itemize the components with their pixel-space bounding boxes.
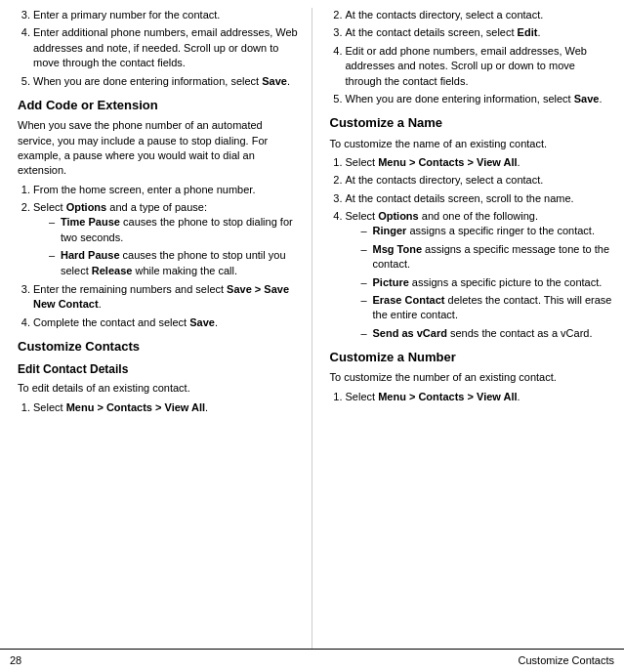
customize-name-steps: Select Menu > Contacts > View All. At th… bbox=[346, 155, 615, 341]
list-item: Edit or add phone numbers, email address… bbox=[346, 44, 615, 89]
edit-contact-details-heading: Edit Contact Details bbox=[18, 361, 302, 378]
list-item: At the contacts directory, select a cont… bbox=[346, 173, 615, 188]
list-item: From the home screen, enter a phone numb… bbox=[33, 183, 302, 197]
intro-steps-list: Enter a primary number for the contact. … bbox=[33, 8, 302, 89]
list-item: Msg Tone assigns a specific message tone… bbox=[361, 242, 615, 273]
list-item: Erase Contact deletes the contact. This … bbox=[361, 293, 615, 323]
list-item: When you are done entering information, … bbox=[346, 92, 615, 106]
list-item: At the contact details screen, select Ed… bbox=[346, 25, 615, 40]
edit-contact-steps: Select Menu > Contacts > View All. bbox=[33, 400, 302, 415]
list-item: Complete the contact and select Save. bbox=[33, 315, 302, 330]
list-item: Enter a primary number for the contact. bbox=[33, 8, 302, 22]
list-item: Send as vCard sends the contact as a vCa… bbox=[361, 326, 615, 341]
list-item: Select Menu > Contacts > View All. bbox=[346, 155, 615, 170]
customize-number-intro: To customize the number of an existing c… bbox=[330, 370, 615, 385]
add-code-steps: From the home screen, enter a phone numb… bbox=[33, 183, 302, 331]
list-item: Enter additional phone numbers, email ad… bbox=[33, 25, 302, 70]
left-column: Enter a primary number for the contact. … bbox=[0, 8, 312, 649]
customize-name-intro: To customize the name of an existing con… bbox=[330, 137, 615, 151]
right-column: At the contacts directory, select a cont… bbox=[312, 8, 625, 649]
edit-steps-continued: At the contacts directory, select a cont… bbox=[346, 8, 615, 106]
customize-contacts-heading: Customize Contacts bbox=[18, 338, 302, 356]
list-item: At the contacts directory, select a cont… bbox=[346, 8, 615, 22]
list-item: Select Menu > Contacts > View All. bbox=[346, 390, 615, 404]
list-item: Hard Pause causes the phone to stop unti… bbox=[49, 248, 302, 278]
page-number: 28 bbox=[10, 653, 21, 668]
name-options: Ringer assigns a specific ringer to the … bbox=[361, 224, 615, 341]
edit-contact-intro: To edit details of an existing contact. bbox=[18, 381, 302, 396]
add-code-heading: Add Code or Extension bbox=[18, 97, 302, 114]
add-code-intro: When you save the phone number of an aut… bbox=[18, 118, 302, 179]
list-item: Select Menu > Contacts > View All. bbox=[33, 400, 302, 415]
page-container: Enter a primary number for the contact. … bbox=[0, 0, 624, 672]
list-item: Ringer assigns a specific ringer to the … bbox=[361, 224, 615, 238]
list-item: When you are done entering information, … bbox=[33, 74, 302, 89]
list-item: Select Options and one of the following.… bbox=[346, 209, 615, 341]
content-area: Enter a primary number for the contact. … bbox=[0, 0, 624, 649]
list-item: Time Pause causes the phone to stop dial… bbox=[49, 215, 302, 245]
customize-number-steps: Select Menu > Contacts > View All. bbox=[346, 390, 615, 404]
list-item: Picture assigns a specific picture to th… bbox=[361, 275, 615, 290]
customize-name-heading: Customize a Name bbox=[330, 114, 615, 132]
page-footer: 28 Customize Contacts bbox=[0, 649, 624, 672]
list-item: Enter the remaining numbers and select S… bbox=[33, 282, 302, 313]
customize-number-heading: Customize a Number bbox=[330, 349, 615, 366]
footer-title: Customize Contacts bbox=[519, 653, 614, 668]
list-item: At the contact details screen, scroll to… bbox=[346, 191, 615, 206]
list-item: Select Options and a type of pause: Time… bbox=[33, 200, 302, 278]
pause-options: Time Pause causes the phone to stop dial… bbox=[49, 215, 302, 278]
